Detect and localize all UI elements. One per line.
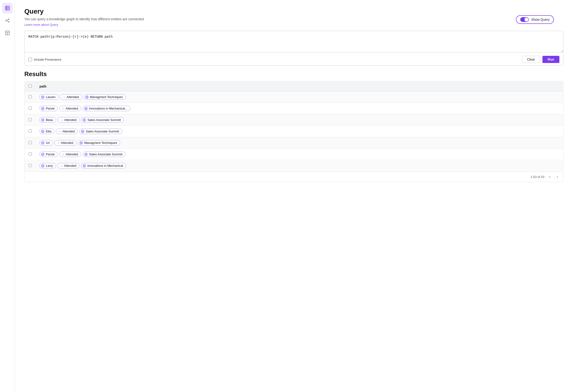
- path-cell: Etta→AttendedSales Associate Summit: [36, 126, 563, 137]
- path-row: Lauren→AttendedManagment Techniques: [39, 94, 559, 100]
- path-row: Parsie→AttendedSales Associate Summit: [39, 152, 559, 157]
- clear-button[interactable]: Clear: [522, 56, 540, 63]
- edge-label: Attended: [61, 141, 73, 145]
- row-checkbox-cell: [25, 160, 36, 171]
- run-button[interactable]: Run: [542, 56, 559, 63]
- query-footer: Include Provenance Clear Run: [25, 53, 563, 65]
- table-row: Etta→AttendedSales Associate Summit: [25, 126, 563, 137]
- pagination-row: 1-53 of 53 ‹ ›: [25, 171, 563, 182]
- sidebar-item-chart[interactable]: [2, 28, 13, 38]
- table-row: Parsie→AttendedSales Associate Summit: [25, 149, 563, 160]
- node-pill: Innovations in Mechanical: [81, 163, 126, 169]
- node-label: Uri: [46, 141, 50, 145]
- path-column-header: path: [36, 82, 563, 91]
- node-pill: Uri: [39, 140, 53, 146]
- table-icon: [5, 5, 10, 11]
- query-buttons: Clear Run: [522, 56, 559, 63]
- select-all-checkbox[interactable]: [29, 85, 32, 87]
- results-container: path Lauren→AttendedManagment Techniques…: [24, 81, 563, 182]
- next-page-button[interactable]: ›: [555, 174, 559, 179]
- sidebar: [0, 0, 15, 392]
- edge-pill: →Attended: [60, 94, 82, 100]
- edge-pill: →Attended: [54, 140, 76, 146]
- arrow-icon: →: [60, 164, 63, 168]
- page-title: Query: [24, 8, 563, 15]
- node-label: Innovations in Mechanical...: [89, 107, 127, 110]
- node-pill: Sales Associate Summit: [81, 117, 124, 123]
- results-tbody: Lauren→AttendedManagment TechniquesParsi…: [25, 91, 563, 171]
- pagination-info: 1-53 of 53: [531, 175, 545, 179]
- edge-pill: →Attended: [57, 163, 79, 169]
- path-cell: Parsie→AttendedSales Associate Summit: [36, 149, 563, 160]
- edge-label: Attended: [62, 130, 75, 133]
- row-checkbox[interactable]: [29, 95, 32, 98]
- edge-label: Attended: [66, 95, 79, 99]
- toggle-switch-icon: [520, 17, 529, 22]
- node-dot-icon: [41, 141, 44, 145]
- svg-line-7: [6, 19, 8, 20]
- node-pill: Beau: [39, 117, 56, 123]
- node-label: Parsie: [46, 153, 55, 156]
- table-row: Uri→AttendedManagment Techniques: [25, 137, 563, 149]
- svg-rect-0: [5, 6, 9, 10]
- node-pill: Managment Techniques: [84, 94, 126, 100]
- arrow-icon: →: [58, 130, 61, 133]
- path-cell: Larry→AttendedInnovations in Mechanical: [36, 160, 563, 171]
- include-provenance-checkbox[interactable]: [28, 58, 32, 61]
- sidebar-item-table[interactable]: [2, 3, 13, 13]
- row-checkbox[interactable]: [29, 141, 32, 144]
- node-pill: Larry: [39, 163, 56, 169]
- learn-more-link[interactable]: Learn more about Query: [24, 23, 58, 26]
- node-pill: Sales Associate Summit: [83, 152, 125, 157]
- node-label: Sales Associate Summit: [87, 118, 121, 122]
- svg-line-8: [6, 21, 8, 22]
- node-dot-icon: [83, 118, 86, 122]
- table-row: Lauren→AttendedManagment Techniques: [25, 91, 563, 103]
- table-row: Beau→AttendedSales Associate Summit: [25, 114, 563, 126]
- show-query-toggle[interactable]: Show Query: [516, 15, 554, 24]
- path-cell: Lauren→AttendedManagment Techniques: [36, 91, 563, 103]
- prev-page-button[interactable]: ‹: [548, 174, 552, 179]
- page-subtitle: You can query a knowledge graph to ident…: [24, 17, 563, 21]
- row-checkbox-cell: [25, 126, 36, 137]
- row-checkbox-cell: [25, 114, 36, 126]
- node-label: Larry: [46, 164, 53, 168]
- row-checkbox[interactable]: [29, 164, 32, 167]
- node-label: Lauren: [46, 95, 55, 99]
- results-table: path Lauren→AttendedManagment Techniques…: [25, 81, 563, 171]
- path-row: Larry→AttendedInnovations in Mechanical: [39, 163, 559, 169]
- row-checkbox-cell: [25, 149, 36, 160]
- arrow-icon: →: [61, 153, 64, 156]
- node-dot-icon: [41, 118, 44, 122]
- query-textarea[interactable]: [25, 31, 563, 52]
- edge-label: Attended: [64, 118, 76, 122]
- node-pill: Lauren: [39, 94, 58, 100]
- node-label: Sales Associate Summit: [89, 153, 122, 156]
- edge-label: Attended: [66, 153, 78, 156]
- node-label: Beau: [46, 118, 53, 122]
- include-provenance-label[interactable]: Include Provenance: [28, 58, 61, 61]
- node-dot-icon: [41, 130, 44, 133]
- row-checkbox[interactable]: [29, 118, 32, 121]
- svg-point-4: [5, 20, 6, 21]
- node-dot-icon: [41, 95, 44, 99]
- node-pill: Innovations in Mechanical...: [83, 106, 130, 111]
- node-pill: Parsie: [39, 106, 58, 111]
- node-dot-icon: [41, 164, 44, 168]
- path-row: Parsie→AttendedInnovations in Mechanical…: [39, 106, 559, 111]
- sidebar-item-graph[interactable]: [2, 15, 13, 26]
- node-dot-icon: [85, 95, 89, 99]
- svg-point-6: [8, 21, 9, 22]
- row-checkbox[interactable]: [29, 107, 32, 110]
- arrow-icon: →: [56, 141, 60, 145]
- row-checkbox[interactable]: [29, 130, 32, 133]
- node-dot-icon: [81, 130, 84, 133]
- node-dot-icon: [41, 153, 44, 156]
- table-row: Larry→AttendedInnovations in Mechanical: [25, 160, 563, 171]
- select-all-header: [25, 82, 36, 91]
- row-checkbox[interactable]: [29, 153, 32, 155]
- svg-point-5: [8, 19, 9, 20]
- row-checkbox-cell: [25, 137, 36, 149]
- row-checkbox-cell: [25, 103, 36, 114]
- arrow-icon: →: [60, 118, 63, 122]
